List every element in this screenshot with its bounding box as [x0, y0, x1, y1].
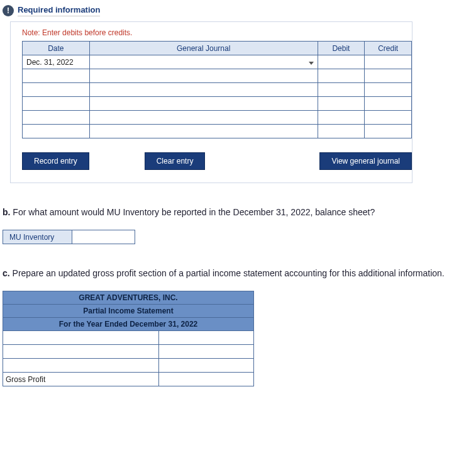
line-item-label[interactable]: [3, 331, 159, 345]
question-c: c. Prepare an updated gross profit secti…: [3, 268, 473, 278]
info-icon: !: [3, 5, 14, 16]
debit-cell[interactable]: [318, 97, 365, 111]
general-journal-cell[interactable]: [89, 83, 318, 97]
debit-cell[interactable]: [318, 111, 365, 125]
partial-title-company: GREAT ADVENTURES, INC.: [3, 291, 254, 305]
table-row: [23, 111, 412, 125]
credit-cell[interactable]: [365, 125, 412, 138]
col-header-general-journal: General Journal: [89, 42, 318, 55]
table-row: [23, 125, 412, 138]
table-row: [23, 69, 412, 83]
line-item-amount[interactable]: [159, 331, 254, 345]
gross-profit-label: Gross Profit: [3, 373, 159, 386]
date-cell[interactable]: [23, 83, 90, 97]
debit-cell[interactable]: [318, 55, 365, 69]
general-journal-cell[interactable]: [89, 97, 318, 111]
required-information-header: Required information: [18, 5, 100, 16]
journal-panel: Note: Enter debits before credits. Date …: [10, 21, 412, 183]
question-b: b. For what amount would MU Inventory be…: [3, 207, 473, 217]
mu-inventory-label: MU Inventory: [3, 230, 72, 244]
note-text: Note: Enter debits before credits.: [22, 28, 404, 37]
credit-cell[interactable]: [365, 83, 412, 97]
debit-cell[interactable]: [318, 69, 365, 83]
question-c-text: Prepare an updated gross profit section …: [10, 268, 445, 278]
credit-cell[interactable]: [365, 111, 412, 125]
table-row: [23, 83, 412, 97]
date-cell[interactable]: Dec. 31, 2022: [23, 55, 90, 69]
mu-inventory-table: MU Inventory: [3, 230, 135, 244]
record-entry-button[interactable]: Record entry: [22, 152, 89, 170]
journal-table: Date General Journal Debit Credit Dec. 3…: [22, 41, 412, 138]
question-c-prefix: c.: [3, 268, 10, 278]
view-general-journal-button[interactable]: View general journal: [319, 152, 412, 170]
gross-profit-row: Gross Profit: [3, 373, 254, 386]
partial-title-statement: Partial Income Statement: [3, 305, 254, 318]
clear-entry-button[interactable]: Clear entry: [145, 152, 206, 170]
table-row: [23, 97, 412, 111]
date-cell[interactable]: [23, 69, 90, 83]
credit-cell[interactable]: [365, 69, 412, 83]
table-row: [3, 359, 254, 373]
credit-cell[interactable]: [365, 55, 412, 69]
chevron-down-icon[interactable]: [309, 62, 314, 65]
col-header-credit: Credit: [365, 42, 412, 55]
partial-income-statement-table: GREAT ADVENTURES, INC. Partial Income St…: [3, 291, 254, 386]
question-b-text: For what amount would MU Inventory be re…: [10, 207, 375, 217]
line-item-label[interactable]: [3, 345, 159, 359]
date-cell[interactable]: [23, 97, 90, 111]
date-cell[interactable]: [23, 125, 90, 138]
debit-cell[interactable]: [318, 125, 365, 138]
mu-inventory-input[interactable]: [72, 230, 135, 244]
general-journal-cell[interactable]: [89, 69, 318, 83]
table-row: [3, 345, 254, 359]
table-row: Dec. 31, 2022: [23, 55, 412, 69]
question-b-prefix: b.: [3, 207, 10, 217]
line-item-label[interactable]: [3, 359, 159, 373]
line-item-amount[interactable]: [159, 345, 254, 359]
col-header-date: Date: [23, 42, 90, 55]
partial-title-period: For the Year Ended December 31, 2022: [3, 318, 254, 331]
gross-profit-amount[interactable]: [159, 373, 254, 386]
general-journal-cell[interactable]: [89, 111, 318, 125]
date-cell[interactable]: [23, 111, 90, 125]
table-row: [3, 331, 254, 345]
general-journal-cell[interactable]: [89, 125, 318, 138]
col-header-debit: Debit: [318, 42, 365, 55]
line-item-amount[interactable]: [159, 359, 254, 373]
general-journal-cell[interactable]: [89, 55, 318, 69]
credit-cell[interactable]: [365, 97, 412, 111]
debit-cell[interactable]: [318, 83, 365, 97]
